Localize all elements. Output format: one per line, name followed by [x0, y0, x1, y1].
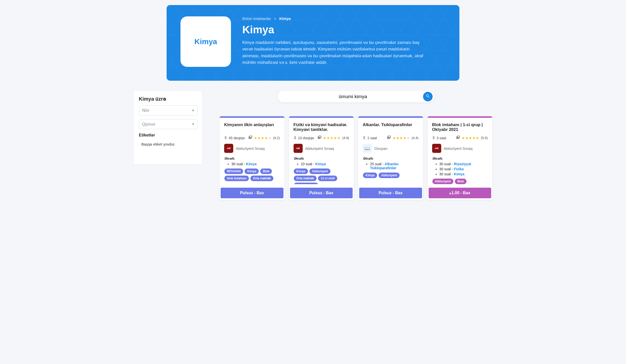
breadcrumb-separator: > — [274, 16, 276, 21]
card-scroll-area[interactable]: Ətraflı30 sual - KimyaİMTAHANKimyaBlokbl… — [224, 156, 282, 184]
tag-chip[interactable]: Orta məktəb — [294, 176, 317, 181]
card-rating: (4.4) — [412, 136, 419, 140]
comments-icon — [456, 135, 460, 140]
chevron-down-icon: ▼ — [192, 109, 195, 112]
card-rating: (4.2) — [273, 136, 280, 140]
exam-cards-grid: Kimyanın ilkin anlayışları45 dəqiqə★★★★★… — [220, 116, 492, 200]
detail-count: 30 sual - — [439, 162, 454, 166]
detail-label: Ətraflı — [294, 156, 350, 160]
detail-item: 30 sual - Kimya — [231, 162, 281, 166]
tag-chip[interactable]: Blok — [455, 179, 466, 184]
card-duration: 3 saat — [437, 136, 446, 140]
detail-subject-link[interactable]: Kimya — [315, 162, 326, 166]
star-icon: ★★★★★ — [462, 136, 479, 140]
filters-sidebar: Kimya üzrə Növ ▼ Qiymət ▼ Etiketlər Başq… — [134, 91, 202, 164]
filter-price-label: Qiymət — [142, 122, 155, 127]
tag-chip[interactable]: 11-ci sinif — [318, 176, 337, 181]
breadcrumb-root-link[interactable]: Bütün imtahanlar — [242, 16, 271, 21]
tag-chip[interactable]: blok imtahanı — [224, 176, 249, 181]
detail-subject-link[interactable]: Fizika — [454, 167, 464, 171]
card-author[interactable]: Abituriyent Sınaq — [305, 146, 334, 151]
card-duration: 10 dəqiqə — [298, 136, 314, 140]
detail-label: Ətraflı — [432, 156, 489, 160]
tag-list: KimyaAbituriyent — [363, 173, 420, 178]
author-avatar: ABİ — [432, 144, 441, 153]
comments-icon — [248, 135, 252, 140]
tag-chip[interactable]: blok imtahanı — [294, 183, 318, 184]
hourglass-icon — [363, 136, 366, 140]
page-title: Kimya — [242, 24, 424, 36]
tag-chip[interactable]: Kimya — [245, 169, 259, 174]
author-avatar: 📖 — [363, 144, 372, 153]
card-author[interactable]: Abituriyent Sınaq — [236, 146, 265, 151]
card-author[interactable]: Abituriyent Sınaq — [444, 146, 473, 151]
exam-card: Blok imtahanı | 1-ci qrup | Oktyabr 2021… — [428, 116, 492, 200]
comments-icon — [387, 135, 391, 140]
tag-chip[interactable]: Abituriyent — [309, 169, 330, 174]
view-button[interactable]: Pulsuz - Bax — [290, 188, 353, 198]
no-tags-text: Başqa etiket yoxdur. — [141, 142, 175, 146]
tag-list: İMTAHANKimyaBlokblok imtahanıOrta məktəb — [224, 169, 281, 181]
view-button[interactable]: Pulsuz - Bax — [221, 188, 283, 198]
hourglass-icon — [432, 136, 435, 140]
card-title[interactable]: Alkanlar. Tsikloparafinlər — [363, 122, 419, 133]
detail-count: 30 sual - — [439, 167, 454, 171]
hero-banner: Kimya Bütün imtahanlar > Kimya Kimya Kim… — [167, 5, 459, 81]
exam-card: Alkanlar. Tsikloparafinlər1 saat★★★★★(4.… — [358, 116, 423, 200]
card-rating: (4.8) — [342, 136, 349, 140]
card-author[interactable]: Oxuyan — [374, 146, 387, 151]
view-button[interactable]: Pulsuz - Bax — [359, 188, 422, 198]
tags-title: Etiketlər — [139, 133, 198, 137]
card-title[interactable]: Fiziki və kimyəvi hadisələr. Kimyəvi tən… — [294, 122, 349, 133]
detail-item: 10 sual - Kimya — [301, 162, 350, 166]
card-title[interactable]: Kimyanın ilkin anlayışları — [224, 122, 280, 133]
comments-icon — [318, 135, 322, 140]
view-button[interactable]: ₼1.00 - Bax — [429, 188, 491, 198]
card-scroll-area[interactable]: Ətraflı25 sual - Alkanlar. Tsikloparafin… — [363, 156, 421, 184]
detail-count: 30 sual - — [439, 172, 454, 176]
star-icon: ★★★★★ — [323, 136, 341, 140]
hourglass-icon — [294, 136, 297, 140]
tag-chip[interactable]: Kimya — [363, 173, 377, 178]
tag-chip[interactable]: Orta məktəb — [250, 176, 273, 181]
filter-price-select[interactable]: Qiymət ▼ — [139, 119, 198, 129]
tag-chip[interactable]: Blok — [260, 169, 272, 174]
filter-type-label: Növ — [142, 108, 149, 113]
tag-chip[interactable]: İMTAHAN — [224, 169, 243, 174]
card-title[interactable]: Blok imtahanı | 1-ci qrup | Oktyabr 2021 — [432, 122, 488, 133]
detail-count: 10 sual - — [301, 162, 316, 166]
search-bar — [278, 91, 434, 102]
detail-subject-link[interactable]: Kimya — [246, 162, 257, 166]
exam-card: Fiziki və kimyəvi hadisələr. Kimyəvi tən… — [289, 116, 354, 200]
detail-subject-link[interactable]: Kimya — [454, 172, 464, 176]
card-rating: (5.0) — [481, 136, 488, 140]
detail-item: 30 sual - Kimya — [439, 172, 489, 176]
detail-count: 30 sual - — [231, 162, 246, 166]
tag-chip[interactable]: Abituriyent — [432, 179, 453, 184]
detail-count: 25 sual - — [370, 162, 385, 166]
search-input[interactable] — [283, 94, 423, 99]
search-button[interactable] — [423, 92, 433, 101]
detail-item: 30 sual - Riyaziyyat — [439, 162, 489, 166]
tags-box[interactable]: Başqa etiket yoxdur. — [139, 140, 198, 158]
subject-tile-label: Kimya — [194, 37, 217, 46]
star-icon: ★★★★★ — [254, 136, 272, 140]
tag-list: KimyaAbituriyentOrta məktəb11-ci sinifbl… — [294, 169, 350, 184]
detail-subject-link[interactable]: Riyaziyyat — [454, 162, 471, 166]
exam-card: Kimyanın ilkin anlayışları45 dəqiqə★★★★★… — [220, 116, 284, 200]
chevron-down-icon: ▼ — [192, 122, 195, 126]
card-duration: 1 saat — [367, 136, 377, 140]
sidebar-title: Kimya üzrə — [139, 96, 198, 102]
tag-list: AbituriyentBlokblok imtahanıDİMsınaqSına… — [432, 179, 489, 184]
card-duration: 45 dəqiqə — [229, 136, 245, 140]
search-icon — [426, 94, 430, 99]
detail-item: 25 sual - Alkanlar. Tsikloparafinlər — [370, 162, 420, 170]
filter-type-select[interactable]: Növ ▼ — [139, 105, 198, 116]
detail-label: Ətraflı — [363, 156, 420, 160]
detail-label: Ətraflı — [224, 156, 281, 160]
card-scroll-area[interactable]: Ətraflı10 sual - KimyaKimyaAbituriyentOr… — [294, 156, 351, 184]
tag-chip[interactable]: Kimya — [294, 169, 308, 174]
tag-chip[interactable]: Abituriyent — [379, 173, 400, 178]
breadcrumb-current: Kimya — [279, 16, 291, 21]
card-scroll-area[interactable]: Ətraflı30 sual - Riyaziyyat30 sual - Fiz… — [432, 156, 490, 184]
